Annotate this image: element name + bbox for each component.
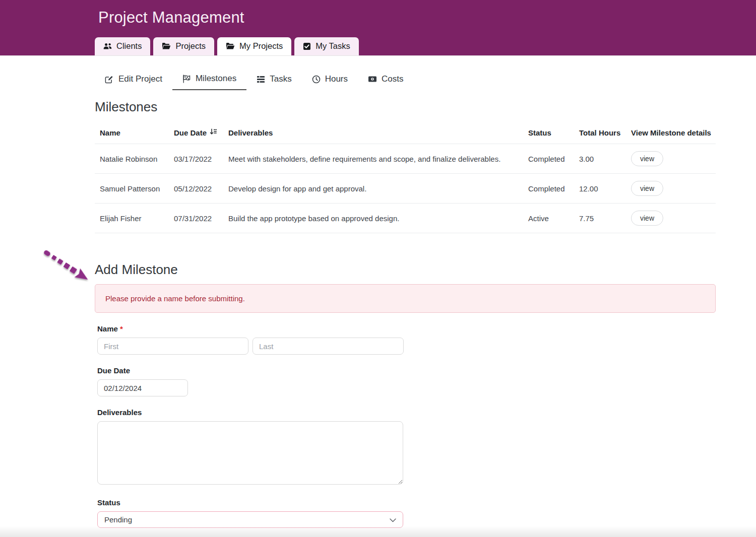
col-deliverables: Deliverables: [228, 121, 528, 144]
cell-status: Active: [528, 204, 579, 233]
cell-total-hours: 12.00: [579, 174, 631, 204]
subtab-label: Edit Project: [118, 74, 162, 84]
sort-icon[interactable]: [210, 128, 217, 137]
add-milestone-form: Name * Due Date Deliverables Status Pend…: [97, 324, 716, 537]
page-title: Project Management: [0, 0, 756, 27]
view-button[interactable]: view: [631, 151, 663, 166]
cell-name: Elijah Fisher: [95, 204, 174, 233]
status-label: Status: [97, 498, 716, 507]
folder-open-icon: [226, 42, 235, 50]
tab-label: My Projects: [239, 41, 283, 51]
tab-label: Clients: [116, 41, 142, 51]
subtab-hours[interactable]: Hours: [302, 71, 358, 90]
due-date-input[interactable]: [97, 379, 188, 396]
subtab-label: Milestones: [196, 74, 236, 84]
milestones-table: Name Due Date Deliverables Status Total …: [95, 121, 716, 233]
tab-label: My Tasks: [316, 41, 350, 51]
col-name: Name: [95, 121, 174, 144]
folder-open-icon: [162, 42, 171, 50]
subtab-label: Costs: [382, 74, 403, 84]
app-header: Project Management Clients Projects My P…: [0, 0, 756, 55]
name-label: Name *: [97, 324, 716, 333]
milestones-heading: Milestones: [95, 99, 716, 115]
tab-clients[interactable]: Clients: [95, 37, 150, 55]
chevron-down-icon: [390, 515, 396, 524]
first-name-input[interactable]: [97, 338, 248, 355]
deliverables-label: Deliverables: [97, 408, 716, 417]
subtab-edit-project[interactable]: Edit Project: [95, 71, 172, 90]
cell-name: Samuel Patterson: [95, 174, 174, 204]
required-asterisk: *: [120, 324, 123, 333]
subtab-milestones[interactable]: Milestones: [172, 71, 246, 90]
validation-error-box: Please provide a name before submitting.: [95, 284, 716, 313]
page-bottom-fade: [0, 526, 756, 537]
error-message: Please provide a name before submitting.: [105, 294, 245, 303]
table-row: Elijah Fisher 07/31/2022 Build the app p…: [95, 204, 716, 233]
subtab-costs[interactable]: Costs: [358, 71, 413, 90]
tab-label: Projects: [175, 41, 206, 51]
col-due-date[interactable]: Due Date: [174, 121, 228, 144]
tab-my-tasks[interactable]: My Tasks: [294, 37, 358, 55]
subtab-tasks[interactable]: Tasks: [246, 71, 301, 90]
table-header-row: Name Due Date Deliverables Status Total …: [95, 121, 716, 144]
view-button[interactable]: view: [631, 181, 663, 196]
money-bill-icon: [368, 76, 377, 83]
cell-due-date: 03/17/2022: [174, 144, 228, 174]
edit-icon: [105, 75, 114, 84]
col-status: Status: [528, 121, 579, 144]
view-button[interactable]: view: [631, 211, 663, 226]
last-name-input[interactable]: [253, 338, 404, 355]
cell-total-hours: 3.00: [579, 144, 631, 174]
subtab-label: Hours: [325, 74, 348, 84]
subtab-label: Tasks: [270, 74, 291, 84]
cell-status: Completed: [528, 144, 579, 174]
tab-projects[interactable]: Projects: [153, 37, 214, 55]
cell-name: Natalie Robinson: [95, 144, 174, 174]
flag-checkered-icon: [182, 75, 191, 83]
col-view-details: View Milestone details: [631, 121, 716, 144]
check-square-icon: [303, 42, 311, 50]
cell-deliverables: Develop design for app and get approval.: [228, 174, 528, 204]
annotation-arrow: [39, 245, 101, 290]
cell-total-hours: 7.75: [579, 204, 631, 233]
cell-deliverables: Meet with stakeholders, define requireme…: [228, 144, 528, 174]
header-divider: [0, 55, 756, 56]
users-icon: [103, 42, 112, 50]
table-row: Samuel Patterson 05/12/2022 Develop desi…: [95, 174, 716, 204]
add-milestone-heading: Add Milestone: [95, 262, 716, 278]
due-date-label: Due Date: [97, 366, 716, 375]
cell-due-date: 05/12/2022: [174, 174, 228, 204]
tab-my-projects[interactable]: My Projects: [217, 37, 291, 55]
status-selected-value: Pending: [104, 515, 132, 524]
cell-deliverables: Build the app prototype based on approve…: [228, 204, 528, 233]
col-total-hours: Total Hours: [579, 121, 631, 144]
main-nav: Clients Projects My Projects My Tasks: [95, 37, 359, 55]
cell-due-date: 07/31/2022: [174, 204, 228, 233]
table-row: Natalie Robinson 03/17/2022 Meet with st…: [95, 144, 716, 174]
tasks-icon: [257, 76, 265, 83]
main-content: Edit Project Milestones Tasks Hours Cost…: [95, 71, 716, 537]
deliverables-textarea[interactable]: [97, 421, 403, 485]
clock-icon: [312, 75, 321, 84]
project-subnav: Edit Project Milestones Tasks Hours Cost…: [95, 71, 716, 90]
cell-status: Completed: [528, 174, 579, 204]
